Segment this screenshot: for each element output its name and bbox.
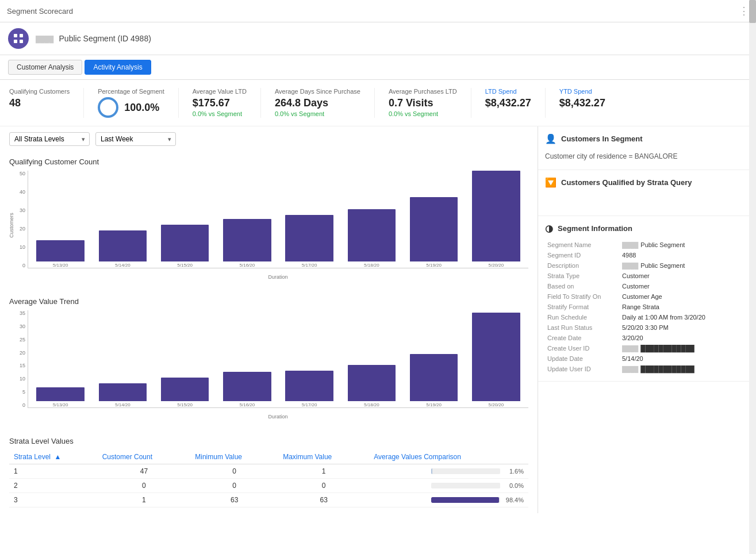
chart2-bars: 5/13/205/14/205/15/205/16/205/17/205/18/… (28, 310, 528, 408)
strata-comparison-cell: 98.4% (369, 493, 528, 507)
svg-rect-0 (14, 34, 17, 37)
strata-col-level[interactable]: Strata Level ▲ (9, 450, 98, 464)
chart1-bar-label: 5/15/20 (177, 263, 193, 268)
segment-info-section: ◑ Segment Information Segment Name████Pu… (538, 216, 756, 382)
metric-ytd-spend: YTD Spend $8,432.27 (559, 88, 605, 109)
header: ████ Public Segment (ID 4988) (0, 22, 756, 55)
chart2-bar (285, 371, 333, 401)
chart2-bar-group: 5/19/20 (404, 310, 464, 407)
segment-info-row: Last Run Status5/20/20 3:30 PM (545, 322, 749, 333)
strata-filter[interactable]: All Strata Levels (9, 132, 90, 146)
chart2-x-label: Duration (28, 414, 528, 420)
chart1-bar-label: 5/17/20 (302, 263, 317, 268)
svg-rect-3 (20, 40, 23, 43)
svg-rect-1 (20, 34, 23, 37)
chart2-bar (161, 378, 209, 401)
donut-chart (98, 97, 118, 118)
chart1-bar-group: 5/17/20 (279, 171, 339, 268)
chart1-bar-label: 5/19/20 (426, 263, 442, 268)
chart1-bar-group: 5/13/20 (30, 171, 90, 268)
chart1-bar (36, 240, 84, 261)
segment-info-row: Run ScheduleDaily at 1:00 AM from 3/20/2… (545, 312, 749, 322)
title-bar-text: Segment Scorecard (7, 7, 73, 16)
scrollbar-track[interactable] (749, 0, 756, 513)
metric-percentage-segment: Percentage of Segment 100.0% (98, 88, 164, 118)
app-icon (8, 28, 29, 49)
tabs-row: Customer Analysis Activity Analysis (0, 55, 756, 80)
customers-qualified-section: 🔽 Customers Qualified by Strata Query (538, 170, 756, 216)
chart2-bar-group: 5/16/20 (217, 310, 277, 407)
chart2-bar-label: 5/13/20 (53, 402, 68, 407)
segment-info-row: Segment Name████Public Segment (545, 240, 749, 250)
chart1-bar (223, 219, 271, 261)
strata-title: Strata Level Values (9, 437, 528, 445)
chart2-bar-label: 5/16/20 (240, 402, 255, 407)
title-bar: Segment Scorecard ⋮ (0, 0, 756, 22)
metric-ltd-spend: LTD Spend $8,432.27 (485, 88, 531, 109)
header-redacted: ████ (36, 36, 53, 43)
strata-col-max[interactable]: Maximum Value (278, 450, 369, 464)
filters-row: All Strata Levels Last Week (0, 126, 538, 152)
customers-in-segment-section: 👤 Customers In Segment Customer city of … (538, 126, 756, 170)
filter-icon: 🔽 (545, 177, 557, 188)
segment-info-row: Create User ID████████████████ (545, 343, 749, 353)
title-bar-menu[interactable]: ⋮ (739, 5, 749, 17)
segment-info-row: Update Date5/14/20 (545, 353, 749, 364)
customers-qualified-title: 🔽 Customers Qualified by Strata Query (545, 177, 749, 188)
segment-info-title: ◑ Segment Information (545, 223, 749, 234)
scrollbar-thumb[interactable] (749, 0, 756, 23)
tab-customer-analysis[interactable]: Customer Analysis (8, 60, 82, 75)
customers-in-segment-filter: Customer city of residence = BANGALORE (545, 150, 749, 163)
chart1-bar (410, 197, 458, 261)
chart2-bar (410, 354, 458, 401)
chart1-bar-label: 5/20/20 (489, 263, 504, 268)
chart1-bar-group: 5/19/20 (404, 171, 464, 268)
main-layout: All Strata Levels Last Week Qualifying C… (0, 126, 756, 513)
svg-rect-2 (14, 40, 17, 43)
segment-info-row: Description████Public Segment (545, 260, 749, 271)
strata-col-count[interactable]: Customer Count (98, 450, 191, 464)
chart1-bar-label: 5/16/20 (240, 263, 255, 268)
chart2-y-axis: 35 30 25 20 15 10 5 0 (9, 310, 28, 408)
chart1-bar-label: 5/18/20 (364, 263, 379, 268)
period-filter[interactable]: Last Week (95, 132, 176, 146)
period-filter-wrapper: Last Week (95, 132, 176, 146)
strata-comparison-cell: 0.0% (369, 479, 528, 493)
strata-row: 147011.6% (9, 464, 528, 479)
strata-row: 20000.0% (9, 479, 528, 493)
chart1-bars: 5/13/205/14/205/15/205/16/205/17/205/18/… (28, 171, 528, 268)
chart1-bar (99, 230, 147, 261)
header-title: ████ Public Segment (ID 4988) (36, 34, 151, 43)
metrics-row: Qualifying Customers 48 Percentage of Se… (0, 80, 756, 126)
tab-activity-analysis[interactable]: Activity Analysis (85, 60, 151, 75)
metric-avg-purchases: Average Purchases LTD 0.7 Visits 0.0% vs… (389, 88, 457, 117)
chart1-bar-group: 5/20/20 (466, 171, 526, 268)
strata-section: Strata Level Values Strata Level ▲ Custo… (0, 431, 538, 513)
chart2-title: Average Value Trend (9, 297, 528, 306)
chart2-bar-label: 5/14/20 (115, 402, 131, 407)
chart2-bar-label: 5/17/20 (302, 402, 317, 407)
chart2-bar (223, 372, 271, 401)
strata-filter-wrapper: All Strata Levels (9, 132, 90, 146)
segment-info-row: Based onCustomer (545, 281, 749, 291)
strata-table: Strata Level ▲ Customer Count Minimum Va… (9, 450, 528, 507)
left-panel: All Strata Levels Last Week Qualifying C… (0, 126, 538, 513)
chart2-bar-label: 5/19/20 (426, 402, 442, 407)
metric-avg-days: Average Days Since Purchase 264.8 Days 0… (275, 88, 360, 117)
chart1-bar-label: 5/14/20 (115, 263, 131, 268)
segment-info-row: Stratify FormatRange Strata (545, 302, 749, 312)
chart1-bar-group: 5/15/20 (155, 171, 215, 268)
segment-info-row: Update User ID████████████████ (545, 364, 749, 374)
metric-avg-value-ltd: Average Value LTD $175.67 0.0% vs Segmen… (193, 88, 247, 117)
chart2-bar-group: 5/18/20 (341, 310, 401, 407)
chart2-bar-label: 5/18/20 (364, 402, 379, 407)
strata-col-comparison[interactable]: Average Values Comparison (369, 450, 528, 464)
chart2-bar (472, 313, 520, 402)
chart2-bar-group: 5/13/20 (30, 310, 90, 407)
strata-comparison-cell: 1.6% (369, 464, 528, 479)
chart1-x-label: Duration (28, 274, 528, 280)
pie-icon: ◑ (545, 223, 553, 234)
chart1-y-label: Customers (9, 213, 14, 238)
chart1-bar-group: 5/18/20 (341, 171, 401, 268)
strata-col-min[interactable]: Minimum Value (190, 450, 278, 464)
